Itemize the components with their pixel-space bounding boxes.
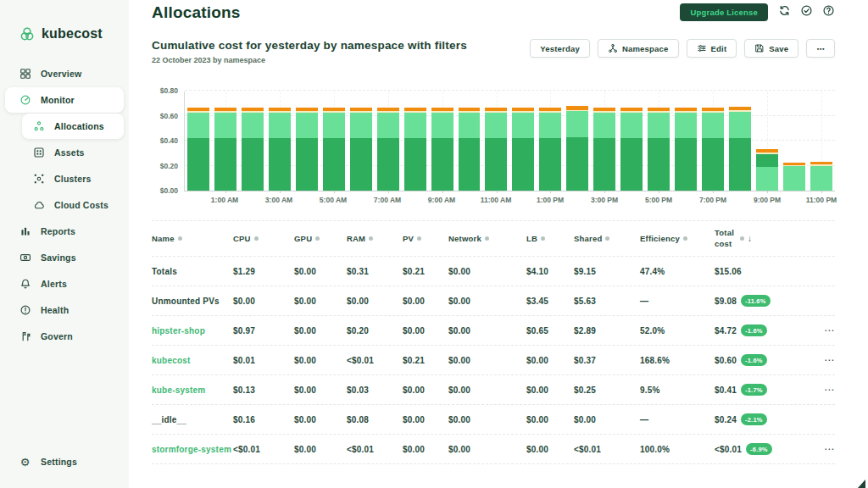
stacked-bar-5-00-pm[interactable] xyxy=(648,108,670,191)
kubecost-logo[interactable]: kubecost xyxy=(0,0,129,42)
stacked-bar-11-00-pm[interactable] xyxy=(810,162,832,191)
namespace-link[interactable]: stormforge-system xyxy=(152,435,233,463)
row-actions-button[interactable]: ⋯ xyxy=(810,354,835,366)
stacked-bar-6-00-pm[interactable] xyxy=(675,108,697,191)
total-cost-value: $9.08 xyxy=(715,297,737,306)
stacked-bar-6-00-am[interactable] xyxy=(350,108,372,191)
stacked-bar-8-00-am[interactable] xyxy=(404,108,426,191)
column-label: GPU xyxy=(294,234,312,243)
refresh-button[interactable] xyxy=(777,6,791,19)
column-header-shared[interactable]: Shared xyxy=(574,234,640,243)
edit-button[interactable]: Edit xyxy=(687,39,737,58)
column-header-name[interactable]: Name xyxy=(152,234,233,243)
namespace-link[interactable]: kubecost xyxy=(152,347,233,374)
corner-resize-handle[interactable] xyxy=(858,480,865,488)
bar-segment-dark xyxy=(756,154,778,167)
stacked-bar-10-00-pm[interactable] xyxy=(783,163,805,191)
cell-total-cost: $0.24-2.1% xyxy=(715,408,810,432)
sidebar-item-cloud-costs[interactable]: Cloud Costs xyxy=(22,192,124,218)
sidebar-item-savings[interactable]: Savings xyxy=(5,245,124,270)
stacked-bar-3-00-pm[interactable] xyxy=(593,108,615,191)
sidebar-item-settings[interactable]: ⚙ Settings xyxy=(5,451,77,473)
stacked-bar-1-00-am[interactable] xyxy=(214,108,236,191)
column-header-gpu[interactable]: GPU xyxy=(294,234,347,243)
aggregate-button[interactable]: Namespace xyxy=(598,39,679,58)
cell-gpu: $0.00 xyxy=(294,408,347,432)
sidebar-item-label: Reports xyxy=(41,226,75,236)
bar-segment-dark xyxy=(648,138,670,191)
stacked-bar-2-00-pm[interactable] xyxy=(566,106,588,191)
stacked-bar-4-00-pm[interactable] xyxy=(620,108,643,191)
table-row-totals[interactable]: Totals$1.29$0.00$0.31$0.21$0.00$4.10$9.1… xyxy=(152,257,835,286)
sidebar-item-reports[interactable]: Reports xyxy=(5,219,124,244)
info-icon xyxy=(541,236,545,241)
time-range-button[interactable]: Yesterday xyxy=(530,39,590,58)
save-button[interactable]: Save xyxy=(744,39,798,58)
sidebar-item-assets[interactable]: Assets xyxy=(22,140,124,165)
bar-slot xyxy=(781,92,808,191)
row-actions-button[interactable]: ⋯ xyxy=(810,443,835,455)
namespace-link[interactable]: kube-system xyxy=(152,376,233,404)
stacked-bar-10-00-am[interactable] xyxy=(459,108,481,191)
cell-gpu: $0.00 xyxy=(294,289,347,313)
stacked-bar-9-00-pm[interactable] xyxy=(756,149,778,191)
stacked-bar-7-00-am[interactable] xyxy=(377,108,399,191)
status-button[interactable] xyxy=(799,6,813,19)
cell-shared: $9.15 xyxy=(574,259,640,284)
x-tick-label: 11:00 PM xyxy=(806,196,837,204)
row-actions-button[interactable]: ⋯ xyxy=(810,324,835,336)
table-row-stormforge-system[interactable]: stormforge-system<$0.01$0.00<$0.01$0.00$… xyxy=(152,435,835,464)
sidebar-item-alerts[interactable]: Alerts xyxy=(5,271,124,297)
stacked-bar-5-00-am[interactable] xyxy=(323,108,345,191)
more-options-button[interactable]: ⋯ xyxy=(806,39,835,58)
bar-segment-light xyxy=(459,113,481,138)
stacked-bar-3-00-am[interactable] xyxy=(269,108,291,191)
bar-segment-dark xyxy=(350,138,372,191)
column-header-lb[interactable]: LB xyxy=(526,234,574,243)
sidebar: kubecost OverviewMonitorAllocationsAsset… xyxy=(0,0,129,488)
column-header-efficiency[interactable]: Efficiency xyxy=(640,234,715,243)
x-tick-label: 7:00 AM xyxy=(374,196,401,204)
column-header-total-cost[interactable]: Total cost↓ xyxy=(715,228,810,249)
sidebar-item-allocations[interactable]: Allocations xyxy=(22,114,124,139)
sidebar-item-overview[interactable]: Overview xyxy=(5,61,124,86)
table-row-hipster-shop[interactable]: hipster-shop$0.97$0.00$0.20$0.00$0.00$0.… xyxy=(152,316,835,346)
y-tick-label: $0.40 xyxy=(160,136,178,145)
bar-segment-light xyxy=(485,113,507,138)
stacked-bar-4-00-am[interactable] xyxy=(296,108,318,191)
sidebar-item-clusters[interactable]: Clusters xyxy=(22,166,124,191)
table-row-kube-system[interactable]: kube-system$0.13$0.00$0.03$0.00$0.00$0.0… xyxy=(152,375,835,405)
stacked-bar-12-00-am[interactable] xyxy=(187,108,209,191)
sidebar-item-health[interactable]: Health xyxy=(5,297,124,323)
x-tick-label: 9:00 PM xyxy=(754,196,781,204)
stacked-bar-7-00-pm[interactable] xyxy=(702,108,724,191)
stacked-bar-9-00-am[interactable] xyxy=(431,108,453,191)
table-row-unmounted-pvs[interactable]: Unmounted PVs$0.00$0.00$0.00$0.00$0.00$3… xyxy=(152,286,835,316)
sidebar-item-govern[interactable]: Govern xyxy=(5,324,124,349)
info-icon xyxy=(740,236,744,241)
sidebar-item-monitor[interactable]: Monitor xyxy=(5,87,124,113)
column-header-pv[interactable]: PV xyxy=(403,234,448,243)
table-row-idle[interactable]: __idle__$0.16$0.00$0.08$0.00$0.00$0.00$0… xyxy=(152,405,835,435)
cell-shared: $0.37 xyxy=(574,348,640,373)
toolbar-button-label: Yesterday xyxy=(540,44,580,53)
column-header-network[interactable]: Network xyxy=(448,234,526,243)
column-header-cpu[interactable]: CPU xyxy=(233,234,294,243)
x-tick-label: 1:00 AM xyxy=(211,196,238,204)
stacked-bar-1-00-pm[interactable] xyxy=(539,108,561,191)
info-icon xyxy=(417,236,421,241)
table-row-kubecost[interactable]: kubecost$0.01$0.00<$0.01$0.21$0.00$0.00$… xyxy=(152,346,835,375)
stacked-bar-11-00-am[interactable] xyxy=(485,108,507,191)
allocations-icon xyxy=(32,120,45,133)
help-button[interactable] xyxy=(821,6,835,19)
sidebar-item-label: Health xyxy=(41,305,69,315)
bar-slot xyxy=(699,92,726,191)
stacked-bar-12-00-pm[interactable] xyxy=(512,108,534,191)
row-actions-button[interactable]: ⋯ xyxy=(810,384,835,396)
namespace-link[interactable]: hipster-shop xyxy=(152,317,233,345)
stacked-bar-8-00-pm[interactable] xyxy=(729,107,751,191)
stacked-bar-2-00-am[interactable] xyxy=(242,108,264,191)
upgrade-license-button[interactable]: Upgrade License xyxy=(680,3,768,21)
clusters-icon xyxy=(32,173,45,186)
column-header-ram[interactable]: RAM xyxy=(347,234,403,243)
